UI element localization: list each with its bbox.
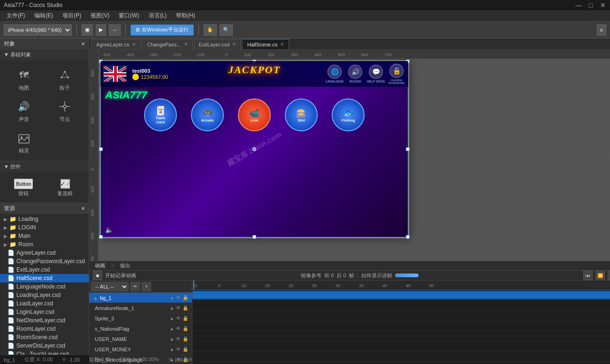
row-btn-up[interactable]: ▲ bbox=[169, 326, 174, 331]
tab-close-icon[interactable]: ✕ bbox=[232, 42, 236, 47]
resource-loginlayer[interactable]: 📄 LoginLayer.csd bbox=[0, 308, 89, 316]
row-btn-up[interactable]: ▲ bbox=[169, 305, 174, 311]
control-button[interactable]: Button 按钮 bbox=[4, 176, 44, 199]
language-btn[interactable]: 🌐 LANGUAGE bbox=[325, 62, 344, 86]
canvas-area[interactable]: -500 -400 -300 -200 -100 0 100 200 300 4… bbox=[89, 50, 610, 261]
resource-changepassword[interactable]: 📄 ChangePasswordLayer.csd bbox=[0, 257, 89, 265]
anim-row-bg1[interactable]: ▲ bg_1 ▲ 👁 🔒 bbox=[89, 293, 192, 303]
toolbar-zoom-btn[interactable]: 🔍 bbox=[220, 24, 233, 36]
row-btn-up[interactable]: ▲ bbox=[169, 336, 174, 341]
resource-loading[interactable]: ▶ 📁 Loading bbox=[0, 215, 89, 223]
resource-login[interactable]: ▶ 📁 LOGIN bbox=[0, 223, 89, 232]
row-btn-lock[interactable]: 🔒 bbox=[183, 316, 188, 321]
object-particle[interactable]: 粒子 bbox=[45, 64, 85, 94]
playhead-bar[interactable] bbox=[395, 273, 419, 277]
tab-agreelayer[interactable]: AgreeLayer.cs ✕ bbox=[91, 39, 141, 49]
goto-start-btn[interactable]: ⏮ bbox=[583, 271, 593, 280]
menu-table-card[interactable]: 🃏 TableCard bbox=[144, 99, 177, 131]
row-btn-eye[interactable]: 👁 bbox=[176, 305, 181, 311]
resource-languagenode[interactable]: 📄 LanguageNode.csd bbox=[0, 282, 89, 291]
tab-hallscene[interactable]: HallScene.cs ✕ bbox=[242, 39, 289, 49]
row-btn-eye[interactable]: 👁 bbox=[176, 347, 181, 352]
tab-close-icon[interactable]: ✕ bbox=[132, 42, 136, 47]
menu-file[interactable]: 文件(F) bbox=[2, 11, 30, 21]
toolbar-hand-btn[interactable]: ✋ bbox=[204, 24, 217, 36]
basic-objects-header[interactable]: ▼ 基础对象 bbox=[0, 49, 89, 60]
anim-row-username[interactable]: USER_NAME ▲ 👁 🔒 bbox=[89, 334, 192, 344]
control-checkbox[interactable]: ✓ 复选框 bbox=[46, 176, 85, 199]
row-btn-lock[interactable]: 🔒 bbox=[183, 295, 188, 300]
run-on-windows-button[interactable]: ⊞ 在Windows平台运行 bbox=[130, 24, 194, 36]
objects-header[interactable]: 对象 ✕ bbox=[0, 38, 89, 49]
menu-live[interactable]: 📹 Live bbox=[238, 99, 271, 131]
anim-filter-dropdown[interactable]: -- ALL -- bbox=[91, 282, 129, 291]
anim-row-nationalflag[interactable]: v_NationalFlag ▲ 👁 🔒 bbox=[89, 324, 192, 334]
row-btn-lock[interactable]: 🔒 bbox=[183, 326, 188, 331]
menu-help[interactable]: 帮助(H) bbox=[171, 11, 200, 21]
anim-add-btn[interactable]: + bbox=[142, 282, 151, 291]
object-sprite[interactable]: 精灵 bbox=[4, 127, 44, 157]
volume-control[interactable]: 🔈 bbox=[105, 226, 113, 234]
menu-language[interactable]: 语言(L) bbox=[144, 11, 172, 21]
resource-serverdislayer[interactable]: 📄 ServerDisLayer.csd bbox=[0, 341, 89, 350]
anim-row-usermoney[interactable]: USER_MONEY ▲ 👁 🔒 bbox=[89, 344, 192, 355]
handle-bm[interactable] bbox=[252, 235, 256, 239]
menu-edit[interactable]: 编辑(E) bbox=[30, 11, 58, 21]
row-btn-eye[interactable]: 👁 bbox=[176, 316, 181, 321]
row-btn-up[interactable]: ▲ bbox=[169, 295, 174, 300]
tab-close-icon[interactable]: ✕ bbox=[184, 42, 188, 47]
anim-timeline[interactable]: 0 5 10 15 20 25 30 35 40 45 50 bbox=[192, 281, 610, 364]
resources-list[interactable]: ▶ 📁 Loading ▶ 📁 LOGIN ▶ 📁 Main ▶ 📁 bbox=[0, 214, 89, 355]
maximize-button[interactable]: □ bbox=[587, 2, 594, 8]
prev-btn[interactable]: ◀ bbox=[608, 271, 610, 280]
row-btn-up[interactable]: ▲ bbox=[169, 347, 174, 352]
resource-loadlayer[interactable]: 📄 LoadLayer.csd bbox=[0, 299, 89, 308]
minimize-button[interactable]: — bbox=[575, 2, 582, 8]
menu-slot[interactable]: 🎰 Slot bbox=[285, 99, 318, 131]
row-btn-up[interactable]: ▲ bbox=[169, 316, 174, 321]
handle-mr[interactable] bbox=[406, 147, 410, 151]
object-map[interactable]: 🗺 地图 bbox=[4, 64, 44, 94]
helpdesk-btn[interactable]: 💬 HELP DESK bbox=[366, 62, 386, 86]
playhead[interactable] bbox=[193, 281, 194, 289]
object-node[interactable]: 节点 bbox=[45, 95, 85, 126]
resource-netdisnetlayer[interactable]: 📄 NetDisnetLayer.csd bbox=[0, 316, 89, 325]
resource-loadinglayer[interactable]: 📄 LoadingLayer.csd bbox=[0, 291, 89, 299]
row-btn-eye[interactable]: 👁 bbox=[176, 295, 181, 300]
toolbar-play-btn[interactable]: ▶ bbox=[96, 24, 106, 36]
resource-roomscene[interactable]: 📄 RoomScene.csd bbox=[0, 333, 89, 341]
row-btn-eye[interactable]: 👁 bbox=[176, 336, 181, 341]
tab-close-icon[interactable]: ✕ bbox=[280, 42, 284, 47]
resource-roomlayer[interactable]: 📄 RoomLayer.csd bbox=[0, 325, 89, 333]
menu-view[interactable]: 视图(V) bbox=[86, 11, 114, 21]
anim-row-sprite3[interactable]: Sprite_3 ▲ 👁 🔒 bbox=[89, 313, 192, 324]
menu-fishing[interactable]: 🐟 Fishing bbox=[332, 99, 365, 131]
resource-main[interactable]: ▶ 📁 Main bbox=[0, 232, 89, 240]
change-password-btn[interactable]: 🔒 CHANGEPASSWORD bbox=[387, 62, 406, 86]
tab-changepass[interactable]: ChangePass... ✕ bbox=[142, 39, 192, 49]
resource-room[interactable]: ▶ 📁 Room bbox=[0, 240, 89, 249]
resource-clatouchlayer[interactable]: 📄 Cla...TouchLayer.csd bbox=[0, 350, 89, 355]
menu-window[interactable]: 窗口(W) bbox=[114, 11, 144, 21]
sound-btn[interactable]: 🔊 SOUND bbox=[345, 62, 365, 86]
controls-header[interactable]: ▼ 控件 bbox=[0, 161, 89, 172]
record-button[interactable]: ⏺ bbox=[93, 271, 102, 280]
prev-frame-btn[interactable]: ⏪ bbox=[595, 271, 605, 280]
toolbar-layout-btn[interactable]: ▣ bbox=[82, 24, 93, 36]
object-sound[interactable]: 🔊 声音 bbox=[4, 95, 44, 126]
resource-agreelayer[interactable]: 📄 AgreeLayer.csd bbox=[0, 249, 89, 257]
device-select[interactable]: iPhone 4/4S(960 * 640) bbox=[4, 24, 72, 36]
anim-tab-animation[interactable]: 动画 bbox=[93, 261, 107, 270]
anim-tab-output[interactable]: 输出 bbox=[118, 261, 132, 270]
menu-arcade[interactable]: 🎮 Arcade bbox=[191, 99, 224, 131]
handle-ml[interactable] bbox=[99, 147, 103, 151]
anim-row-armature[interactable]: ArmatureNode_1 ▲ 👁 🔒 bbox=[89, 303, 192, 313]
anim-pencil-btn[interactable]: ✏ bbox=[130, 282, 140, 291]
row-btn-lock[interactable]: 🔒 bbox=[183, 336, 188, 341]
handle-bl[interactable] bbox=[99, 235, 103, 239]
toolbar-extra-btn[interactable]: ≡ bbox=[597, 24, 606, 36]
resource-hallscene[interactable]: 📄 HallScene.csd bbox=[0, 274, 89, 282]
handle-br[interactable] bbox=[406, 235, 410, 239]
toolbar-move-btn[interactable]: ↔ bbox=[109, 24, 121, 36]
tab-exitlayer[interactable]: ExitLayer.csd ✕ bbox=[194, 39, 241, 49]
